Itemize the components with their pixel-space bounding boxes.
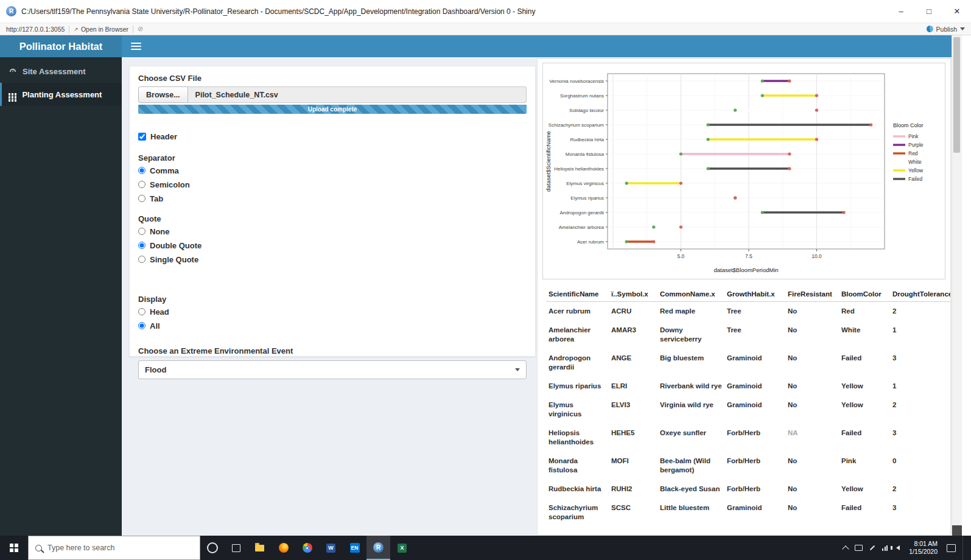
header-checkbox-input[interactable] [138, 133, 146, 141]
folder-icon [255, 545, 264, 551]
radio-label: Comma [150, 166, 179, 175]
grid-icon [9, 93, 10, 95]
radio-input[interactable] [138, 228, 145, 235]
language-badge[interactable]: EN [343, 536, 366, 560]
svg-text:7.5: 7.5 [745, 253, 752, 259]
table-col-header[interactable]: GrowthHabit.x [724, 287, 785, 302]
task-view-icon [232, 544, 240, 552]
radio-option-single-quote[interactable]: Single Quote [138, 253, 527, 265]
windows-logo-icon [10, 544, 14, 548]
table-cell: Tree [724, 302, 785, 321]
stop-icon[interactable]: ⊘ [138, 25, 143, 33]
publish-button[interactable]: Publish [936, 26, 957, 33]
excel-button[interactable] [390, 536, 414, 560]
taskbar-search[interactable]: Type here to search [28, 536, 200, 560]
pen-tray-icon[interactable] [870, 545, 875, 550]
svg-text:Sorghastrum nutans: Sorghastrum nutans [560, 93, 604, 99]
radio-label: Single Quote [150, 255, 198, 264]
table-cell: Big bluestem [657, 349, 724, 377]
radio-option-tab[interactable]: Tab [138, 192, 527, 205]
table-cell: Schizachyrium scoparium [546, 499, 609, 527]
start-button[interactable] [0, 536, 28, 560]
rstudio-button[interactable] [366, 536, 390, 560]
speaker-tray-icon[interactable] [896, 545, 900, 550]
scrollbar-thumb[interactable] [953, 37, 960, 153]
svg-text:Acer rubrum: Acer rubrum [577, 239, 604, 245]
close-button[interactable]: ✕ [943, 0, 971, 23]
radio-input[interactable] [138, 322, 145, 329]
svg-text:Pink: Pink [908, 133, 919, 139]
species-table: ScientificNameï..Symbol.xCommonName.xGro… [546, 287, 951, 527]
cortana-button[interactable] [200, 536, 224, 560]
toolbar-divider [69, 26, 69, 33]
separator-radio-group: CommaSemicolonTab [138, 164, 527, 205]
file-explorer-button[interactable] [248, 536, 272, 560]
table-cell: ACRU [609, 302, 657, 321]
separator-label: Separator [138, 153, 527, 163]
radio-input[interactable] [138, 308, 145, 315]
publish-caret-icon[interactable] [960, 27, 965, 30]
radio-option-none[interactable]: None [138, 225, 527, 237]
radio-option-semicolon[interactable]: Semicolon [138, 178, 527, 191]
open-in-browser-button[interactable]: ↗ Open in Browser [74, 26, 128, 33]
screen: R C:/Users/tlf159/The Pennsylvania State… [0, 0, 971, 560]
table-col-header[interactable]: CommonName.x [657, 287, 724, 302]
browse-button[interactable]: Browse... [138, 86, 188, 103]
table-cell: ANGE [609, 349, 657, 377]
header-checkbox[interactable]: Header [138, 132, 527, 141]
display-tray-icon[interactable] [855, 545, 863, 551]
sidebar-item-planting-assessment[interactable]: Planting Assessment [0, 83, 122, 106]
radio-option-all[interactable]: All [138, 320, 527, 332]
excel-icon [398, 544, 407, 553]
minimize-button[interactable]: – [887, 0, 915, 23]
radio-label: Double Quote [150, 241, 202, 250]
table-cell: Failed [839, 349, 890, 377]
radio-option-comma[interactable]: Comma [138, 164, 527, 177]
table-row: Heliopsis helianthoidesHEHE5Oxeye sunfle… [546, 424, 951, 452]
search-icon [35, 545, 42, 551]
chrome-button[interactable] [295, 536, 319, 560]
table-col-header[interactable]: DroughtTolerance [890, 287, 951, 302]
table-cell: Yellow [839, 377, 890, 396]
radio-input[interactable] [138, 256, 145, 263]
sidebar-toggle-button[interactable] [122, 35, 150, 57]
task-view-button[interactable] [224, 536, 248, 560]
viewer-toolbar: http://127.0.0.1:3055 ↗ Open in Browser … [0, 23, 971, 35]
maximize-button[interactable]: □ [915, 0, 943, 23]
radio-option-double-quote[interactable]: Double Quote [138, 239, 527, 251]
chevron-down-icon [515, 368, 520, 371]
table-cell: Andropogon gerardii [546, 349, 609, 377]
table-col-header[interactable]: FireResistant [785, 287, 839, 302]
event-select[interactable]: Flood [138, 360, 527, 379]
show-desktop-strip[interactable] [962, 536, 966, 560]
taskbar-clock[interactable]: 8:01 AM 1/15/2020 [909, 540, 938, 556]
app-title: Pollinator Habitat [0, 35, 122, 57]
firefox-icon [279, 543, 289, 553]
table-row: Andropogon gerardiiANGEBig bluestemGrami… [546, 349, 951, 377]
table-cell: Rudbeckia hirta [546, 480, 609, 499]
word-button[interactable] [319, 536, 343, 560]
radio-input[interactable] [138, 195, 145, 202]
table-col-header[interactable]: ScientificName [546, 287, 609, 302]
table-cell: MOFI [609, 452, 657, 480]
publish-group: Publish [927, 26, 965, 33]
hidden-icons-chevron[interactable] [843, 545, 849, 552]
radio-label: All [150, 321, 160, 331]
radio-option-head[interactable]: Head [138, 306, 527, 318]
radio-input[interactable] [138, 242, 145, 249]
firefox-button[interactable] [272, 536, 295, 560]
sidebar-item-site-assessment[interactable]: Site Assessment [0, 60, 122, 83]
file-name-field[interactable]: Pilot_Schedule_NT.csv [188, 86, 527, 103]
table-col-header[interactable]: ï..Symbol.x [609, 287, 657, 302]
radio-input[interactable] [138, 167, 145, 174]
network-tray-icon[interactable] [882, 545, 888, 551]
svg-text:Failed: Failed [908, 176, 922, 182]
table-cell: SCSC [609, 499, 657, 527]
radio-input[interactable] [138, 181, 145, 188]
vertical-scrollbar[interactable] [952, 35, 962, 536]
table-cell: 3 [890, 499, 951, 527]
display-radio-group: HeadAll [138, 306, 527, 332]
table-col-header[interactable]: BloomColor [839, 287, 890, 302]
action-center-icon[interactable] [947, 544, 956, 552]
table-cell: No [785, 499, 839, 527]
